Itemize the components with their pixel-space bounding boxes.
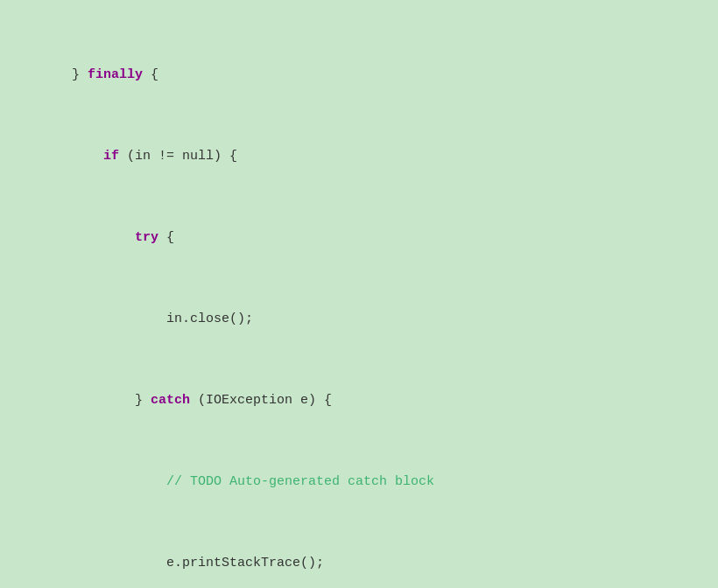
code-editor: } finally { if (in != null) { try { in.c… [0,0,718,588]
code-line-2: if (in != null) { [0,146,718,166]
code-line-3: try { [0,228,718,248]
code-line-4: in.close(); [0,309,718,329]
code-line-7: e.printStackTrace(); [0,553,718,573]
code-line-6: // TODO Auto-generated catch block [0,472,718,492]
code-line-5: } catch (IOException e) { [0,390,718,410]
code-line-1: } finally { [0,65,718,85]
